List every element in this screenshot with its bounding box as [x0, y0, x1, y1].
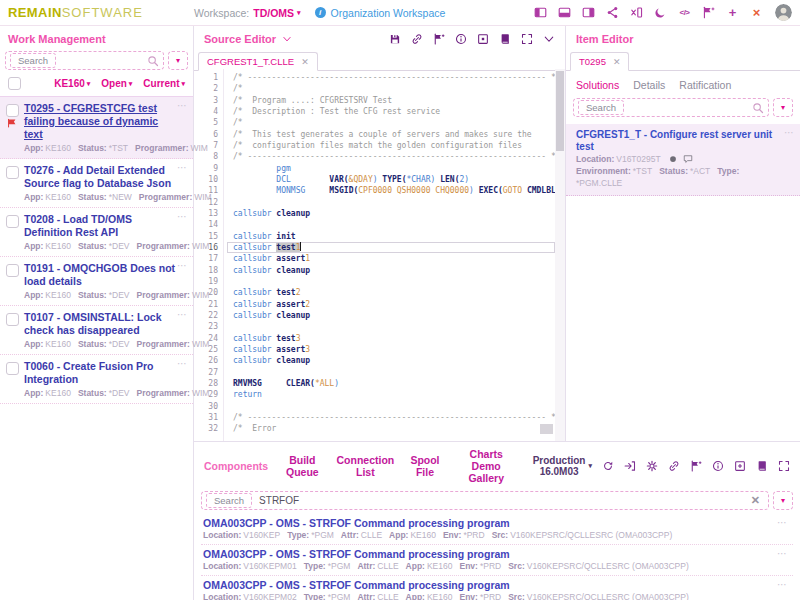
task-checkbox[interactable]	[6, 104, 19, 117]
filter-ke160[interactable]: KE160▾	[54, 78, 90, 89]
tab-spool-file[interactable]: Spool File	[410, 448, 439, 484]
scrollbar-thumb[interactable]	[556, 71, 564, 151]
flag-add-icon[interactable]	[690, 460, 702, 472]
component-row[interactable]: OMA003CPP - OMS - STRFOF Command process…	[201, 514, 793, 545]
task-item[interactable]: T0060 - Create Fusion Pro IntegrationApp…	[0, 355, 193, 404]
more-button[interactable]: ⋯	[177, 360, 188, 368]
work-search-input[interactable]: Search	[5, 51, 164, 70]
more-button[interactable]: ⋯	[177, 213, 188, 221]
task-item[interactable]: T0107 - OMSINSTALL: Lock check has disap…	[0, 306, 193, 355]
subtab-solutions[interactable]: Solutions	[576, 79, 619, 91]
sign-in-icon[interactable]	[624, 460, 636, 472]
tab-label: CFGREST1_T.CLLE	[207, 56, 294, 67]
code-line-text: /* */	[227, 83, 565, 94]
more-button[interactable]: ⋯	[177, 164, 188, 172]
info-icon[interactable]	[712, 460, 724, 472]
flag-add-icon[interactable]	[433, 33, 445, 45]
square-plus-icon[interactable]	[734, 460, 746, 472]
code-line-text: callsubr cleanup	[227, 310, 555, 321]
code-token: EXEC(	[479, 186, 503, 195]
more-button[interactable]: ⋯	[777, 550, 788, 558]
tab-components[interactable]: Components	[204, 448, 268, 484]
refresh-icon[interactable]	[602, 460, 614, 472]
close-icon[interactable]: ✕	[613, 57, 621, 67]
tab-charts-demo-gallery[interactable]: Charts Demo Gallery	[456, 448, 517, 484]
component-row[interactable]: OMA003CPP - OMS - STRFOF Command process…	[201, 545, 793, 576]
task-item[interactable]: T0208 - Load TD/OMS Definition Rest APIA…	[0, 208, 193, 257]
more-button[interactable]: ⋯	[177, 102, 188, 110]
journal-icon[interactable]	[499, 33, 511, 45]
components-search-input[interactable]: Search STRFOF ✕	[201, 491, 769, 510]
search-icon[interactable]	[752, 102, 764, 114]
code-token: )	[334, 379, 339, 388]
close-icon[interactable]: ✕	[301, 57, 309, 67]
solution-item[interactable]: CFGREST1_T - Configure rest server unit …	[566, 124, 800, 196]
journal-icon[interactable]	[756, 460, 768, 472]
search-options-dropdown[interactable]: ▾	[168, 51, 188, 70]
code-line-text: MONMSG MSGID(CPF0000 QSH0000 CHQ0000) EX…	[227, 185, 565, 196]
search-icon[interactable]	[147, 55, 159, 67]
share-icon[interactable]	[606, 6, 619, 19]
more-button[interactable]: ⋯	[177, 262, 188, 270]
avatar[interactable]	[775, 4, 792, 21]
panel-bottom-icon[interactable]	[558, 6, 571, 19]
square-dot-icon[interactable]	[477, 33, 489, 45]
panel-right-icon[interactable]	[582, 6, 595, 19]
code-line-text: callsubr test1	[227, 242, 555, 253]
more-button[interactable]: ⋯	[177, 311, 188, 319]
subtab-ratification[interactable]: Ratification	[679, 79, 731, 91]
code-line-text: /* This test generates a couple of serve…	[227, 129, 565, 140]
code-token: pgm	[276, 164, 290, 173]
meta-label: Env:	[459, 592, 477, 600]
chevron-down-icon[interactable]	[543, 33, 555, 45]
filter-open[interactable]: Open▾	[101, 78, 132, 89]
subtab-details[interactable]: Details	[633, 79, 665, 91]
link-icon[interactable]	[668, 460, 680, 472]
dark-mode-icon[interactable]	[654, 6, 667, 19]
maximize-icon[interactable]	[778, 460, 790, 472]
environment-selector[interactable]: Production 16.0M03▾	[533, 455, 592, 477]
comment-icon[interactable]	[683, 154, 693, 164]
workspace-selector[interactable]: TD/OMS▾	[253, 7, 300, 19]
gear-icon[interactable]	[646, 460, 658, 472]
tab-connection-list[interactable]: Connection List	[336, 448, 394, 484]
code-icon[interactable]: </>	[678, 6, 691, 19]
more-button[interactable]: ⋯	[777, 581, 788, 589]
organization-workspace-link[interactable]: Organization Workspace	[331, 7, 446, 19]
chevron-down-icon[interactable]	[282, 34, 292, 44]
panel-left-icon[interactable]	[534, 6, 547, 19]
item-search-input[interactable]: Search	[573, 98, 769, 117]
search-options-dropdown[interactable]: ▾	[773, 98, 793, 117]
task-checkbox[interactable]	[6, 264, 19, 277]
task-checkbox[interactable]	[6, 362, 19, 375]
tab-t0295[interactable]: T0295 ✕	[570, 52, 629, 71]
more-button[interactable]: ⋯	[784, 129, 795, 137]
search-options-dropdown[interactable]: ▾	[773, 491, 793, 510]
code-token: assert	[276, 345, 305, 354]
task-checkbox[interactable]	[6, 313, 19, 326]
tab-build-queue[interactable]: Build Queue	[284, 448, 320, 484]
task-item[interactable]: T0191 - OMQCHGOB Does not load detailsAp…	[0, 257, 193, 306]
meta-value: V160KEPM02	[243, 592, 296, 600]
task-checkbox[interactable]	[6, 215, 19, 228]
more-button[interactable]: ⋯	[777, 519, 788, 527]
link-icon[interactable]	[411, 33, 423, 45]
task-checkbox[interactable]	[6, 166, 19, 179]
save-icon[interactable]	[389, 33, 401, 45]
add-icon[interactable]: +	[726, 6, 739, 19]
filter-current[interactable]: Current▾	[143, 78, 185, 89]
task-item[interactable]: T0295 - CFGRESTCFG test failing because …	[0, 97, 193, 159]
code-editor[interactable]: 1/* ------------------------------------…	[194, 69, 565, 441]
horizontal-scrollbar-thumb[interactable]	[540, 424, 553, 434]
meta-label: Src:	[492, 530, 509, 540]
info-icon[interactable]	[455, 33, 467, 45]
component-row[interactable]: OMA003CPP - OMS - STRFOF Command process…	[201, 576, 793, 600]
clear-search-icon[interactable]: ✕	[751, 494, 760, 507]
meta-value: *PGM	[328, 592, 351, 600]
close-panel-icon[interactable]	[630, 6, 643, 19]
select-all-checkbox[interactable]	[8, 77, 21, 90]
flag-add-icon[interactable]	[702, 6, 715, 19]
close-icon[interactable]: ×	[750, 6, 763, 19]
maximize-icon[interactable]	[521, 33, 533, 45]
task-item[interactable]: T0276 - Add Detail Extended Source flag …	[0, 159, 193, 208]
